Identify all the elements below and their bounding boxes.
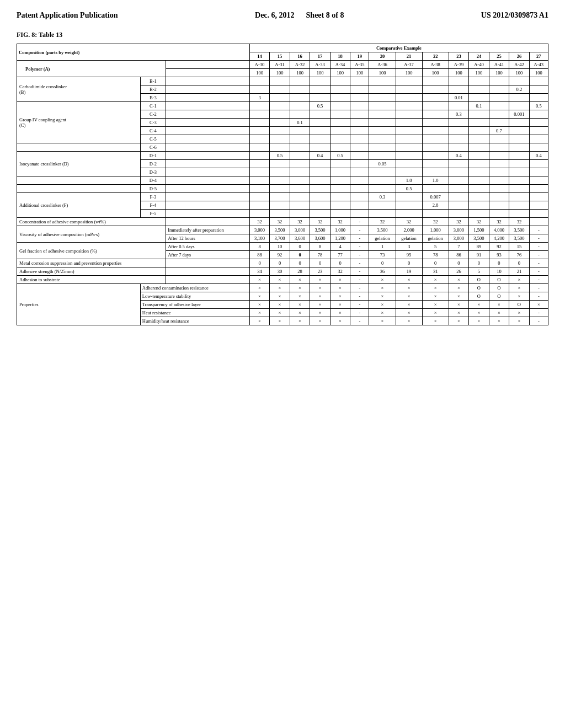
c4-17	[310, 127, 331, 135]
gel-05d-23: 7	[449, 243, 469, 251]
b2-18	[330, 85, 350, 94]
d4-20	[369, 176, 396, 185]
d4-26	[509, 176, 530, 185]
d4-16	[290, 176, 310, 185]
adh-sub-15: ×	[270, 276, 290, 284]
adh-str-18: 32	[330, 267, 350, 276]
b1-22	[422, 77, 449, 85]
c5-15	[270, 135, 290, 143]
visc-12h-15: 3,700	[270, 234, 290, 243]
visc-imm-14: 3,000	[249, 226, 270, 234]
c4-16	[290, 127, 310, 135]
gel-05d-14: 8	[249, 243, 270, 251]
c2-24	[469, 110, 489, 119]
conc-24: 32	[469, 218, 489, 226]
col-num-24: 24	[469, 52, 489, 61]
d5-17	[310, 185, 331, 193]
c5-14	[249, 135, 270, 143]
d5-21: 0.5	[396, 185, 422, 193]
c2-label: C-2	[140, 110, 166, 119]
heat-resistance-label: Heat resistance	[140, 309, 249, 317]
c4-label: C-4	[140, 127, 166, 135]
f3-17	[310, 193, 331, 201]
f5-25	[489, 210, 509, 218]
visc-12h-22: gelation	[422, 234, 449, 243]
transp-18: ×	[330, 301, 350, 309]
hum-heat-16: ×	[290, 317, 310, 325]
c3-label2	[166, 119, 250, 127]
d2-15	[270, 160, 290, 168]
f3-24	[469, 193, 489, 201]
d3-17	[310, 168, 331, 176]
f3-25	[489, 193, 509, 201]
b2-21	[396, 85, 422, 94]
adh-sub-22: ×	[422, 276, 449, 284]
b2-16	[290, 85, 310, 94]
adh-cont-25: O	[489, 284, 509, 292]
c3-23	[449, 119, 469, 127]
b3-24	[469, 94, 489, 102]
conc-14: 32	[249, 218, 270, 226]
humidity-heat-label: Humidity/heat resistance	[140, 317, 249, 325]
adh-str-25: 10	[489, 267, 509, 276]
gel-7d-23: 86	[449, 251, 469, 259]
adh-sub-14: ×	[249, 276, 270, 284]
conc-20: 32	[369, 218, 396, 226]
b1-16	[290, 77, 310, 85]
a32-val: 100	[290, 69, 310, 77]
header-date: Dec. 6, 2012	[255, 11, 295, 19]
c3-20	[369, 119, 396, 127]
visc-imm-25: 4,000	[489, 226, 509, 234]
c2-14	[249, 110, 270, 119]
f4-26	[509, 201, 530, 210]
d2-20: 0.05	[369, 160, 396, 168]
adh-str-15: 30	[270, 267, 290, 276]
adh-str-20: 36	[369, 267, 396, 276]
d5-label: D-5	[140, 185, 166, 193]
d5-15	[270, 185, 290, 193]
d1-15: 0.5	[270, 152, 290, 160]
d1-label2	[166, 152, 250, 160]
d5-26	[509, 185, 530, 193]
f4-15	[270, 201, 290, 210]
low-temp-17: ×	[310, 292, 331, 301]
adh-str-27: -	[529, 267, 548, 276]
c3-19	[350, 119, 369, 127]
f3-19	[350, 193, 369, 201]
b2-19	[350, 85, 369, 94]
f5-27	[529, 210, 548, 218]
b1-15	[270, 77, 290, 85]
heat-res-25: ×	[489, 309, 509, 317]
c2-18	[330, 110, 350, 119]
b3-14: 3	[249, 94, 270, 102]
f3-21	[396, 193, 422, 201]
c5-26	[509, 135, 530, 143]
adh-cont-15: ×	[270, 284, 290, 292]
c1-16	[290, 102, 310, 110]
conc-26: 32	[509, 218, 530, 226]
a34-code: A-34	[330, 61, 350, 69]
page: Patent Application Publication Dec. 6, 2…	[0, 0, 565, 728]
f3-label: F-3	[140, 193, 166, 201]
f5-24	[469, 210, 489, 218]
c6-23	[449, 143, 469, 152]
c4-21	[396, 127, 422, 135]
gel-7d-16: 0	[290, 251, 310, 259]
d5-24	[469, 185, 489, 193]
transp-14: ×	[249, 301, 270, 309]
d3-label: D-3	[140, 168, 166, 176]
d4-23	[449, 176, 469, 185]
metal-corr-20: 0	[369, 259, 396, 267]
heat-res-19: -	[350, 309, 369, 317]
adh-str-16: 28	[290, 267, 310, 276]
b2-26: 0.2	[509, 85, 530, 94]
c6-26	[509, 143, 530, 152]
a36-code: A-36	[369, 61, 396, 69]
a35-code: A-35	[350, 61, 369, 69]
a33-val: 100	[310, 69, 331, 77]
transp-15: ×	[270, 301, 290, 309]
adh-sub-16: ×	[290, 276, 310, 284]
conc-label2	[166, 218, 250, 226]
b1-20	[369, 77, 396, 85]
c6-22	[422, 143, 449, 152]
